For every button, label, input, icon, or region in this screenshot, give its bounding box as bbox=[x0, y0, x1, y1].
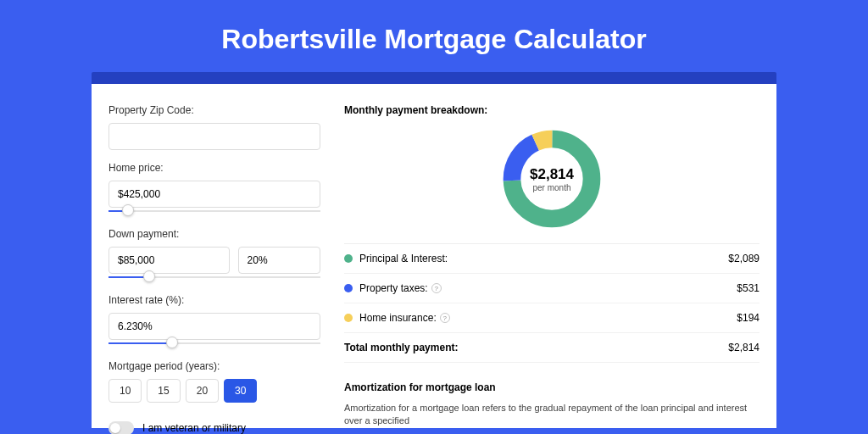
legend-label: Principal & Interest: bbox=[359, 253, 728, 264]
zip-label: Property Zip Code: bbox=[108, 104, 320, 116]
calculator-card: Property Zip Code: Home price: Down paym… bbox=[92, 84, 776, 428]
period-options: 10152030 bbox=[108, 379, 320, 403]
legend-row: Property taxes:?$531 bbox=[344, 274, 760, 303]
form-panel: Property Zip Code: Home price: Down paym… bbox=[108, 104, 320, 428]
slider-thumb[interactable] bbox=[122, 204, 134, 216]
period-field: Mortgage period (years): 10152030 bbox=[108, 360, 320, 403]
home-price-slider[interactable] bbox=[108, 206, 320, 216]
legend-value: $194 bbox=[737, 312, 760, 324]
legend-dot bbox=[344, 254, 353, 263]
legend-label: Home insurance:? bbox=[359, 312, 737, 324]
interest-field: Interest rate (%): bbox=[108, 294, 320, 348]
down-payment-field: Down payment: bbox=[108, 228, 320, 282]
legend-value: $531 bbox=[737, 282, 760, 294]
down-payment-percent-input[interactable] bbox=[238, 247, 320, 274]
legend: Principal & Interest:$2,089Property taxe… bbox=[344, 243, 760, 363]
home-price-label: Home price: bbox=[108, 162, 320, 174]
veteran-row: I am veteran or military bbox=[108, 421, 320, 434]
page: Robertsville Mortgage Calculator Propert… bbox=[0, 0, 868, 434]
info-icon[interactable]: ? bbox=[431, 283, 442, 293]
legend-dot bbox=[344, 284, 353, 292]
down-payment-label: Down payment: bbox=[108, 228, 320, 240]
interest-slider[interactable] bbox=[108, 338, 320, 348]
card-shadow: Property Zip Code: Home price: Down paym… bbox=[92, 72, 776, 428]
amortization-title: Amortization for mortgage loan bbox=[344, 381, 760, 393]
period-option-10[interactable]: 10 bbox=[108, 379, 142, 403]
legend-row: Principal & Interest:$2,089 bbox=[344, 244, 760, 274]
amortization-text: Amortization for a mortgage loan refers … bbox=[344, 402, 760, 428]
legend-dot bbox=[344, 314, 353, 322]
breakdown-title: Monthly payment breakdown: bbox=[344, 104, 760, 116]
down-payment-slider[interactable] bbox=[108, 272, 320, 282]
down-payment-amount-input[interactable] bbox=[108, 247, 230, 274]
donut-chart: $2,814 per month bbox=[499, 126, 604, 231]
period-option-20[interactable]: 20 bbox=[186, 379, 219, 403]
legend-value: $2,089 bbox=[728, 253, 760, 264]
legend-total-row: Total monthly payment:$2,814 bbox=[344, 333, 760, 363]
donut-sub: per month bbox=[532, 183, 570, 192]
donut-chart-wrap: $2,814 per month bbox=[344, 126, 760, 231]
donut-amount: $2,814 bbox=[530, 166, 574, 183]
legend-label: Property taxes:? bbox=[359, 282, 737, 294]
zip-input[interactable] bbox=[108, 123, 320, 150]
home-price-input[interactable] bbox=[108, 181, 320, 208]
info-icon[interactable]: ? bbox=[440, 313, 450, 323]
slider-thumb[interactable] bbox=[166, 337, 178, 348]
results-panel: Monthly payment breakdown: $2,814 per mo… bbox=[344, 104, 760, 428]
period-label: Mortgage period (years): bbox=[108, 360, 320, 372]
amortization-section: Amortization for mortgage loan Amortizat… bbox=[344, 381, 760, 428]
interest-label: Interest rate (%): bbox=[108, 294, 320, 306]
home-price-field: Home price: bbox=[108, 162, 320, 216]
legend-row: Home insurance:?$194 bbox=[344, 303, 760, 333]
period-option-15[interactable]: 15 bbox=[147, 379, 180, 403]
slider-thumb[interactable] bbox=[143, 270, 155, 282]
legend-total-label: Total monthly payment: bbox=[344, 342, 728, 353]
veteran-toggle[interactable] bbox=[108, 421, 134, 434]
interest-input[interactable] bbox=[108, 313, 320, 340]
legend-total-value: $2,814 bbox=[728, 342, 760, 353]
veteran-label: I am veteran or military bbox=[142, 422, 246, 434]
period-option-30[interactable]: 30 bbox=[224, 379, 257, 403]
zip-field: Property Zip Code: bbox=[108, 104, 320, 150]
page-title: Robertsville Mortgage Calculator bbox=[0, 0, 868, 72]
